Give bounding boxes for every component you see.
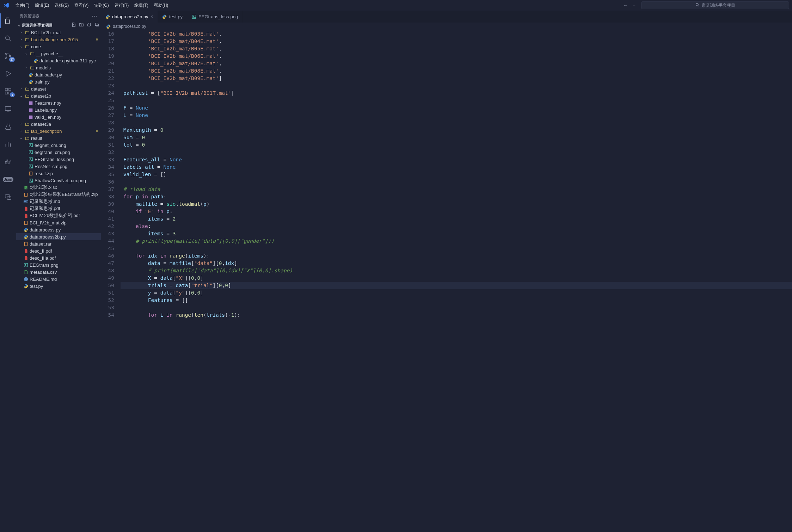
folder-item[interactable]: ⌄dataset2b (16, 92, 101, 99)
menu-item[interactable]: 查看(V) (72, 1, 91, 10)
menu-item[interactable]: 选择(S) (52, 1, 72, 10)
code-line[interactable]: 'BCI_IV2b_mat/B05E.mat', (121, 45, 792, 52)
folder-item[interactable]: ⌄result (16, 135, 101, 142)
close-icon[interactable]: × (151, 14, 153, 19)
folder-item[interactable]: ›bci-challenge-ner-2015 (16, 36, 101, 43)
file-item[interactable]: 记录和思考.pdf (16, 205, 101, 212)
editor-tab[interactable]: test.py (158, 11, 187, 23)
file-item[interactable]: EEGtrans.png (16, 261, 101, 268)
folder-item[interactable]: ›dataset3a (16, 120, 101, 128)
file-item[interactable]: iREADME.md (16, 276, 101, 283)
file-item[interactable]: EEGtrans_loss.png (16, 156, 101, 163)
file-item[interactable]: ResNet_cm.png (16, 163, 101, 170)
code-line[interactable]: for idx in range(items): (121, 252, 792, 260)
code-line[interactable] (121, 97, 792, 104)
menu-item[interactable]: 运行(R) (112, 1, 132, 10)
breadcrumb[interactable]: dataprocess2b.py (101, 23, 792, 30)
new-file-icon[interactable] (71, 22, 76, 28)
code-line[interactable]: 'BCI_IV2b_mat/B09E.mat'] (121, 75, 792, 82)
file-item[interactable]: Features.npy (16, 99, 101, 106)
command-center[interactable]: 康复训练手套项目 (641, 1, 789, 9)
activity-source-control[interactable]: 37 (0, 49, 16, 63)
code-line[interactable] (121, 245, 792, 252)
code-line[interactable]: for p in path: (121, 193, 792, 200)
activity-json[interactable]: Json (0, 172, 16, 187)
activity-chat[interactable] (0, 190, 16, 204)
activity-extensions[interactable]: 1 (0, 84, 16, 99)
code-line[interactable]: L = None (121, 112, 792, 119)
file-item[interactable]: desc_IIIa.pdf (16, 254, 101, 261)
code-line[interactable]: 'BCI_IV2b_mat/B04E.mat', (121, 38, 792, 45)
file-item[interactable]: 对比试验结果和EEGtrans结构.zip (16, 191, 101, 198)
collapse-all-icon[interactable] (94, 22, 99, 28)
file-item[interactable]: desc_II.pdf (16, 247, 101, 254)
code-line[interactable]: 'BCI_IV2b_mat/B03E.mat', (121, 30, 792, 38)
code-line[interactable]: Maxlength = 0 (121, 126, 792, 134)
activity-explorer[interactable] (0, 13, 16, 28)
code-line[interactable]: matfile = sio.loadmat(p) (121, 200, 792, 208)
code-content[interactable]: 'BCI_IV2b_mat/B03E.mat', 'BCI_IV2b_mat/B… (121, 30, 792, 532)
menu-item[interactable]: 终端(T) (131, 1, 151, 10)
code-line[interactable]: valid_len = [] (121, 171, 792, 178)
file-item[interactable]: valid_len.npy (16, 113, 101, 120)
menu-item[interactable]: 编辑(E) (32, 1, 52, 10)
menu-item[interactable]: 文件(F) (13, 1, 32, 10)
activity-remote[interactable] (0, 101, 16, 116)
folder-item[interactable]: ›lab_description (16, 128, 101, 135)
code-line[interactable] (121, 82, 792, 89)
code-line[interactable]: 'BCI_IV2b_mat/B07E.mat', (121, 60, 792, 67)
nav-forward-icon[interactable]: → (632, 3, 636, 8)
file-item[interactable]: dataprocess.py (16, 226, 101, 233)
file-item[interactable]: dataprocess2b.py (16, 233, 101, 240)
file-item[interactable]: ShallowConvNet_cm.png (16, 177, 101, 184)
menu-item[interactable]: 转到(G) (91, 1, 111, 10)
editor-tab[interactable]: EEGtrans_loss.png (187, 11, 242, 23)
project-header[interactable]: ⌄ 康复训练手套项目 (16, 21, 101, 29)
code-line[interactable]: 'BCI_IV2b_mat/B08E.mat', (121, 67, 792, 75)
code-line[interactable]: Features = [] (121, 297, 792, 304)
code-line[interactable]: # *load data (121, 186, 792, 193)
folder-item[interactable]: ›models (16, 64, 101, 71)
file-item[interactable]: train.py (16, 78, 101, 85)
file-item[interactable]: dataset.rar (16, 240, 101, 247)
menu-item[interactable]: 帮助(H) (151, 1, 171, 10)
file-item[interactable]: 对比试验.xlsx (16, 184, 101, 191)
code-line[interactable]: X = data["X"][0,0] (121, 274, 792, 282)
code-line[interactable] (121, 178, 792, 186)
file-item[interactable]: eegtrans_cm.png (16, 149, 101, 156)
code-line[interactable]: Features_all = None (121, 156, 792, 163)
file-item[interactable]: result.zip (16, 170, 101, 177)
code-line[interactable]: items = 3 (121, 230, 792, 237)
code-line[interactable] (121, 119, 792, 126)
code-editor[interactable]: 1617181920212223242526272829303132333435… (101, 30, 792, 532)
code-line[interactable]: Labels_all = None (121, 163, 792, 171)
editor-tab[interactable]: dataprocess2b.py× (101, 11, 158, 23)
nav-back-icon[interactable]: ← (624, 3, 628, 8)
refresh-icon[interactable] (87, 22, 92, 28)
code-line[interactable]: Sum = 0 (121, 134, 792, 141)
file-item[interactable]: dataloader.cpython-311.pyc (16, 57, 101, 64)
explorer-more-icon[interactable]: ⋯ (92, 13, 97, 19)
folder-item[interactable]: ›BCI_IV2b_mat (16, 29, 101, 36)
new-folder-icon[interactable] (79, 22, 84, 28)
file-item[interactable]: BCI IV 2b数据集介绍.pdf (16, 212, 101, 219)
code-line[interactable]: 'BCI_IV2b_mat/B06E.mat', (121, 52, 792, 60)
folder-item[interactable]: ⌄__pycache__ (16, 50, 101, 57)
file-item[interactable]: BCI_IV2b_mat.zip (16, 219, 101, 226)
code-line[interactable]: # print(type(matfile["data"][0,0]["gende… (121, 237, 792, 245)
code-line[interactable]: items = 2 (121, 215, 792, 223)
code-line[interactable]: data = matfile["data"][0,idx] (121, 260, 792, 267)
activity-run-debug[interactable] (0, 66, 16, 81)
activity-search[interactable] (0, 31, 16, 46)
code-line[interactable]: pathtest = ["BCI_IV2b_mat/B01T.mat"] (121, 89, 792, 97)
code-line[interactable]: F = None (121, 104, 792, 112)
file-item[interactable]: 记录和思考.md (16, 198, 101, 205)
file-item[interactable]: test.py (16, 283, 101, 290)
file-item[interactable]: Labels.npy (16, 106, 101, 113)
activity-testing[interactable] (0, 119, 16, 134)
code-line[interactable] (121, 304, 792, 311)
activity-docker[interactable] (0, 154, 16, 169)
activity-graphs[interactable] (0, 137, 16, 151)
code-line[interactable]: # print(matfile["data"][0,idx]["X"][0,0]… (121, 267, 792, 274)
code-line[interactable]: trials = data["trial"][0,0] (121, 282, 792, 289)
